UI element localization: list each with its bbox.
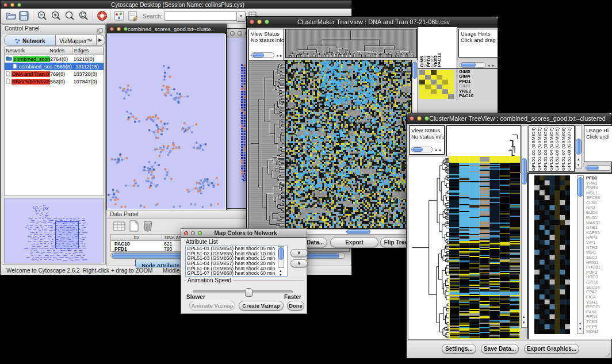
save-icon[interactable] xyxy=(19,11,29,23)
network-row[interactable]: combined_sco2569(6)13112(15) xyxy=(5,63,104,70)
view-status-hscrollbar[interactable] xyxy=(251,52,274,58)
column-label[interactable]: GPL51-07 (GSM868) xyxy=(561,127,566,171)
scroll-up-icon[interactable]: ▴ xyxy=(577,157,580,161)
column-dendrogram[interactable] xyxy=(285,29,417,58)
column-header[interactable]: Edges xyxy=(73,47,104,55)
scroll-down-icon[interactable]: ▾ xyxy=(579,327,582,331)
network-canvas[interactable] xyxy=(107,33,225,209)
scroll-right-icon[interactable]: ▸ xyxy=(280,53,282,58)
move-down-button[interactable]: ∨ xyxy=(290,259,308,267)
treeview-dna-titlebar[interactable]: ClusterMaker TreeView : DNA and Tran 07-… xyxy=(247,17,498,28)
close-button[interactable] xyxy=(3,3,7,7)
attribute-list[interactable]: GPL51-01 (GSM854) heat shock 05 minGPL51… xyxy=(185,246,288,277)
zoom-vscrollbar[interactable]: ▴ ▾ xyxy=(577,175,584,334)
treeview-button[interactable]: Export Graphics... xyxy=(330,237,378,247)
minimize-button[interactable] xyxy=(238,31,242,36)
tab-overflow-arrow[interactable]: ▶ xyxy=(96,35,104,45)
scroll-up-icon[interactable]: ▴ xyxy=(280,269,282,273)
network-view-1-titlebar[interactable]: combined_scores_good.txt--cluste... xyxy=(107,24,226,34)
column-header-id[interactable]: ID xyxy=(111,235,162,240)
zoom-selected-icon[interactable] xyxy=(78,11,89,24)
animate-vizmap-button[interactable]: Animate Vizmap xyxy=(189,301,235,311)
minimize-button[interactable] xyxy=(257,20,262,24)
resize-grip-icon[interactable] xyxy=(604,351,611,358)
close-button[interactable] xyxy=(184,231,188,235)
delete-attribute-icon[interactable] xyxy=(143,220,153,234)
row-dendrogram[interactable] xyxy=(408,156,450,340)
main-vscrollbar[interactable]: ▴ ▾ xyxy=(521,125,527,328)
zoom-button[interactable] xyxy=(124,27,128,31)
scroll-right-icon[interactable]: ▸ xyxy=(439,148,442,152)
minimize-button[interactable] xyxy=(117,27,121,31)
search-input[interactable] xyxy=(164,12,238,21)
minimize-button[interactable] xyxy=(191,231,195,235)
row-dendrogram[interactable] xyxy=(248,60,285,229)
treeview-combined-titlebar[interactable]: ClusterMaker TreeView : combined_scores_… xyxy=(407,113,611,124)
treeview-button[interactable]: Settings... xyxy=(442,344,476,354)
move-up-button[interactable]: ∧ xyxy=(290,249,308,257)
zoom-out-icon[interactable] xyxy=(37,11,48,24)
similarity-matrix-heatmap[interactable] xyxy=(419,70,454,99)
annotation-icon[interactable] xyxy=(128,11,138,23)
close-button[interactable] xyxy=(110,27,114,31)
column-labels-vscrollbar[interactable]: ▴ ▾ xyxy=(575,125,582,169)
new-attribute-icon[interactable] xyxy=(129,220,139,234)
scroll-left-icon[interactable]: ◂ xyxy=(435,148,437,152)
row-label[interactable]: GIM3 xyxy=(459,84,471,89)
scroll-down-icon[interactable]: ▾ xyxy=(577,163,580,167)
minimize-button[interactable] xyxy=(417,116,422,121)
zoom-fit-icon[interactable] xyxy=(64,11,75,24)
open-file-icon[interactable] xyxy=(5,11,17,23)
scroll-down-icon[interactable]: ▾ xyxy=(523,320,525,324)
scroll-up-icon[interactable]: ▴ xyxy=(523,315,525,319)
slider-thumb[interactable] xyxy=(245,288,253,297)
done-button[interactable]: Done xyxy=(287,301,304,311)
scroll-left-icon[interactable]: ◂ xyxy=(488,63,490,67)
usage-hints-hscrollbar[interactable] xyxy=(585,165,611,171)
network-row[interactable]: RNAPuberNov2+|563(0)107847(0) xyxy=(5,78,104,85)
scroll-right-icon[interactable]: ▸ xyxy=(492,63,495,67)
tab-vizmapper[interactable]: VizMapper™ xyxy=(56,35,96,45)
dialog-titlebar[interactable]: Map Colors to Network xyxy=(181,229,307,238)
network-row[interactable]: combined_scores2764(0)16218(0) xyxy=(5,55,104,63)
column-header[interactable]: Network xyxy=(5,47,48,55)
row-label[interactable]: PAC10 xyxy=(459,94,473,98)
zoom-button[interactable] xyxy=(265,20,269,24)
close-button[interactable] xyxy=(250,20,254,24)
scroll-left-icon[interactable]: ◂ xyxy=(276,53,278,58)
attribute-list-vscrollbar[interactable] xyxy=(278,246,284,268)
scroll-down-icon[interactable]: ▾ xyxy=(280,273,282,277)
main-heatmap[interactable] xyxy=(285,60,412,229)
close-button[interactable] xyxy=(230,31,235,36)
minimize-button[interactable] xyxy=(10,3,14,7)
treeview-button[interactable]: Export Graphics... xyxy=(524,344,579,354)
help-lifebuoy-icon[interactable] xyxy=(97,10,108,24)
birdseye-view[interactable] xyxy=(4,198,104,263)
treeview-button[interactable]: Save Data... xyxy=(481,344,519,354)
column-label[interactable]: GPL51-04 (GSM857) xyxy=(549,127,554,171)
create-vizmap-button[interactable]: Create Vizmap xyxy=(239,301,284,311)
column-label[interactable]: GPL51-08 (GSM872) xyxy=(567,127,572,171)
column-label[interactable]: GPL51-02 (GSM855) xyxy=(537,127,542,171)
main-heatmap[interactable] xyxy=(449,156,520,339)
column-label[interactable]: GPL51-06 (GSM865) xyxy=(554,127,560,171)
gene-label[interactable]: MON2 xyxy=(586,329,599,334)
usage-hints-hscrollbar[interactable] xyxy=(460,62,486,68)
select-attributes-icon[interactable] xyxy=(113,221,125,234)
attribute-item[interactable]: GPL51-07 (GSM868) heat shock 60 min xyxy=(186,271,287,276)
column-label[interactable]: PAC10 xyxy=(437,53,442,67)
zoom-button[interactable] xyxy=(198,231,202,235)
main-titlebar[interactable]: Cytoscape Desktop (Session Name: collins… xyxy=(1,1,351,9)
search-dropdown-icon[interactable]: ▼ xyxy=(236,12,246,22)
animation-speed-slider[interactable] xyxy=(193,290,293,293)
scroll-up-icon[interactable]: ▴ xyxy=(579,321,582,325)
zoom-in-icon[interactable] xyxy=(51,11,62,24)
column-header[interactable]: Nodes xyxy=(48,47,72,55)
column-label[interactable]: GPL51-03 (GSM856) xyxy=(543,127,548,171)
tab-network[interactable]: Network xyxy=(5,35,56,45)
zoom-button[interactable] xyxy=(17,3,21,7)
view-status-hscrollbar[interactable] xyxy=(411,147,433,152)
column-label[interactable]: GPL51-01 (GSM854) xyxy=(531,127,536,171)
vizmapper-icon[interactable] xyxy=(114,11,124,23)
zoom-heatmap[interactable] xyxy=(534,175,570,334)
